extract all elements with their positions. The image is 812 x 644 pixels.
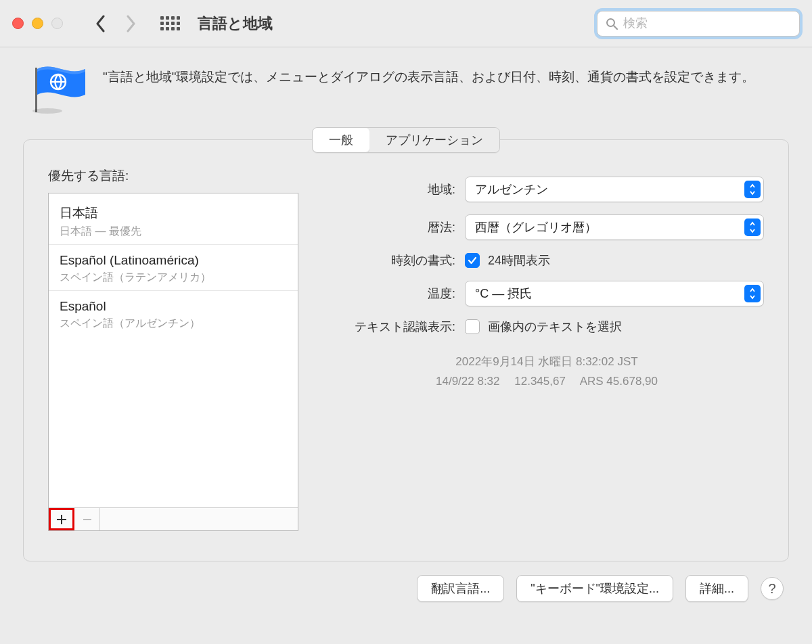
temperature-select[interactable]: °C — 摂氏 [465,281,764,306]
keyboard-prefs-button[interactable]: "キーボード"環境設定... [516,575,673,602]
preferred-languages-label: 優先する言語: [48,167,298,185]
chevron-up-down-icon [744,218,761,236]
remove-language-button[interactable] [74,508,100,530]
window-toolbar: 言語と地域 [0,0,812,47]
show-all-prefs-button[interactable] [160,16,180,30]
toolbar-nav [95,15,136,32]
temperature-value: °C — 摂氏 [475,285,532,302]
pane-header: "言語と地域"環境設定では、メニューとダイアログの表示言語、および日付、時刻、通… [0,47,812,127]
temperature-label: 温度: [330,285,465,302]
preferred-languages-list[interactable]: 日本語 日本語 — 最優先 Español (Latinoamérica) スペ… [48,193,298,531]
text-recognition-label: テキスト認識表示: [330,319,465,335]
language-item[interactable]: 日本語 日本語 — 最優先 [49,199,298,243]
text-recognition-check-label: 画像内のテキストを選択 [488,319,622,335]
time-format-label: 時刻の書式: [330,252,465,269]
text-recognition-checkbox[interactable] [465,319,480,334]
svg-point-5 [32,108,62,114]
window-title: 言語と地域 [198,14,273,34]
window-traffic-lights [12,18,63,29]
details-button[interactable]: 詳細... [685,575,748,602]
24h-label: 24時間表示 [488,252,550,269]
forward-button[interactable] [125,15,136,32]
search-icon [606,18,618,30]
language-name: 日本語 [60,204,287,222]
tab-control: 一般 アプリケーション [0,127,812,153]
svg-line-1 [614,26,617,29]
search-input[interactable] [623,16,791,30]
language-name: Español [60,299,287,314]
language-subtitle: スペイン語（アルゼンチン） [60,317,287,331]
language-item[interactable]: Español スペイン語（アルゼンチン） [49,290,298,335]
24h-checkbox[interactable] [465,253,480,268]
region-value: アルゼンチン [475,181,548,198]
example-line-2: 14/9/22 8:32 12.345,67 ARS 45.678,90 [330,372,764,392]
search-field-wrap[interactable] [597,11,800,37]
languages-list-footer [49,507,298,530]
language-subtitle: スペイン語（ラテンアメリカ） [60,271,287,285]
tab-applications[interactable]: アプリケーション [369,128,499,152]
pane-description: "言語と地域"環境設定では、メニューとダイアログの表示言語、および日付、時刻、通… [103,64,755,88]
minus-icon [82,514,93,525]
calendar-value: 西暦（グレゴリオ暦） [475,219,597,235]
close-window-button[interactable] [12,18,24,29]
svg-rect-2 [35,68,37,112]
check-icon [468,256,477,265]
format-settings: 地域: アルゼンチン 暦法: 西暦（グレゴリオ暦） [330,167,764,531]
bottom-button-bar: 翻訳言語... "キーボード"環境設定... 詳細... ? [0,561,812,602]
region-select[interactable]: アルゼンチン [465,177,764,202]
plus-icon [56,514,67,525]
format-examples: 2022年9月14日 水曜日 8:32:02 JST 14/9/22 8:32 … [330,352,764,392]
tab-general[interactable]: 一般 [313,128,369,152]
add-language-button[interactable] [49,508,74,530]
calendar-label: 暦法: [330,219,465,235]
language-region-icon [27,64,88,115]
chevron-up-down-icon [744,285,761,302]
region-label: 地域: [330,181,465,198]
example-line-1: 2022年9月14日 水曜日 8:32:02 JST [330,352,764,372]
chevron-up-down-icon [744,181,761,198]
settings-panel: 優先する言語: 日本語 日本語 — 最優先 Español (Latinoamé… [23,139,789,561]
language-subtitle: 日本語 — 最優先 [60,225,287,239]
minimize-window-button[interactable] [32,18,43,29]
language-name: Español (Latinoamérica) [60,253,287,268]
zoom-window-button[interactable] [51,18,63,29]
preferred-languages-section: 優先する言語: 日本語 日本語 — 最優先 Español (Latinoamé… [48,167,298,531]
back-button[interactable] [95,15,106,32]
calendar-select[interactable]: 西暦（グレゴリオ暦） [465,214,764,240]
translate-languages-button[interactable]: 翻訳言語... [417,575,504,602]
language-item[interactable]: Español (Latinoamérica) スペイン語（ラテンアメリカ） [49,244,298,289]
help-button[interactable]: ? [761,577,784,600]
